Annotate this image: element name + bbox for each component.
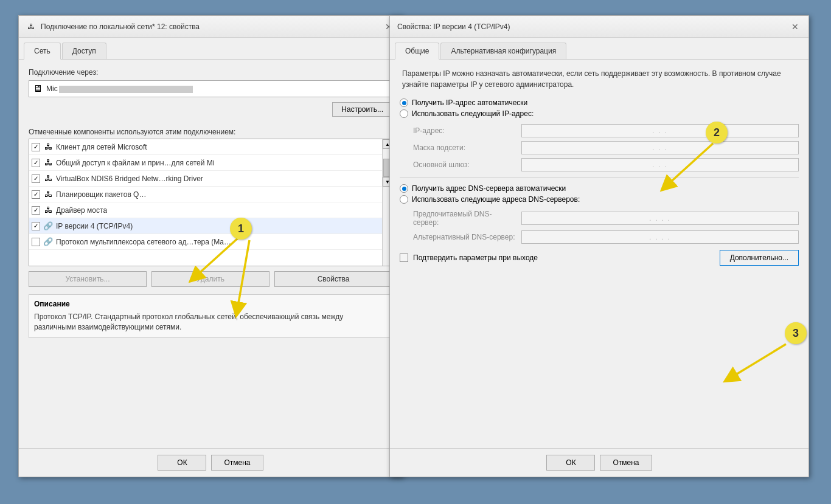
validate-checkbox[interactable] — [400, 254, 408, 262]
comp-icon-2: 🖧 — [43, 174, 54, 184]
right-title-bar: Свойства: IP версии 4 (TCP/IPv4) ✕ — [390, 16, 808, 38]
subnet-input[interactable]: . . . — [521, 141, 799, 154]
radio-manual-dns-circle[interactable] — [400, 195, 408, 204]
comp-icon-6: 🔗 — [43, 237, 54, 247]
description-text: Протокол TCP/IP. Стандартный протокол гл… — [34, 312, 387, 333]
ip-fields: IP-адрес: . . . Маска подсети: . . . Осн… — [413, 124, 799, 171]
component-buttons: Установить... Удалить Свойства — [29, 271, 392, 287]
left-tabs-bar: Сеть Доступ — [19, 38, 402, 60]
comp-checkbox-3[interactable] — [32, 190, 40, 199]
left-content: Подключение через: 🖥 Mic Настроить... От… — [19, 60, 402, 448]
comp-text-2: VirtualBox NDIS6 Bridged Netw…rking Driv… — [56, 174, 203, 183]
right-window-title: Свойства: IP версии 4 (TCP/IPv4) — [397, 22, 510, 31]
adapter-box: 🖥 Mic — [29, 80, 392, 97]
list-item: 🖧 VirtualBox NDIS6 Bridged Netw…rking Dr… — [29, 171, 392, 187]
radio-manual-dns-label: Использовать следующие адреса DNS-сервер… — [412, 195, 580, 204]
subnet-row: Маска подсети: . . . — [413, 141, 799, 154]
validate-row: Подтвердить параметры при выходе Дополни… — [400, 250, 799, 266]
list-item: 🖧 Драйвер моста — [29, 202, 392, 218]
advanced-button[interactable]: Дополнительно... — [720, 250, 799, 266]
radio-manual-ip-circle[interactable] — [400, 109, 408, 118]
left-ok-cancel: ОК Отмена — [19, 448, 402, 477]
info-text: Параметры IP можно назначать автоматичес… — [400, 68, 799, 90]
alt-dns-input[interactable]: . . . . — [521, 230, 799, 244]
properties-button[interactable]: Свойства — [274, 271, 392, 287]
comp-text-6: Протокол мультиплексора сетевого ад…тера… — [56, 238, 231, 246]
radio-auto-ip-label: Получить IP-адрес автоматически — [412, 98, 527, 107]
list-item: 🖧 Планировщик пакетов Q… — [29, 187, 392, 202]
right-cancel-button[interactable]: Отмена — [600, 455, 652, 471]
radio-auto-dns: Получить адрес DNS-сервера автоматически — [400, 184, 799, 193]
dns-fields: Предпочитаемый DNS-сервер: . . . . Альте… — [413, 210, 799, 244]
preferred-dns-input[interactable]: . . . . — [521, 212, 799, 225]
install-button[interactable]: Установить... — [29, 271, 147, 287]
components-list: 🖧 Клиент для сетей Microsoft 🖧 Общий дос… — [29, 139, 392, 266]
adapter-name-masked — [59, 86, 193, 93]
comp-text-5: IP версии 4 (TCP/IPv4) — [56, 222, 133, 230]
adapter-label: Подключение через: — [29, 68, 392, 77]
tab-network[interactable]: Сеть — [24, 43, 61, 60]
list-item: 🔗 IP версии 4 (TCP/IPv4) — [29, 218, 392, 234]
alt-dns-row: Альтернативный DNS-сервер: . . . . — [413, 230, 799, 244]
comp-checkbox-5[interactable] — [32, 222, 40, 230]
divider — [400, 178, 799, 178]
ip-radio-group: Получить IP-адрес автоматически Использо… — [400, 98, 799, 118]
comp-icon-0: 🖧 — [43, 142, 54, 152]
list-item: 🔗 Протокол мультиплексора сетевого ад…те… — [29, 234, 392, 250]
alt-dns-label: Альтернативный DNS-сервер: — [413, 233, 516, 241]
comp-checkbox-4[interactable] — [32, 206, 40, 215]
radio-auto-dns-circle[interactable] — [400, 184, 408, 193]
radio-auto-ip-circle[interactable] — [400, 98, 408, 107]
left-cancel-button[interactable]: Отмена — [211, 455, 263, 471]
radio-manual-ip: Использовать следующий IP-адрес: — [400, 109, 799, 118]
right-window: Свойства: IP версии 4 (TCP/IPv4) ✕ Общие… — [389, 15, 809, 477]
list-item: 🖧 Клиент для сетей Microsoft — [29, 139, 392, 155]
right-ok-button[interactable]: ОК — [546, 455, 595, 471]
comp-icon-3: 🖧 — [43, 190, 54, 199]
tab-access[interactable]: Доступ — [62, 43, 106, 59]
right-close-button[interactable]: ✕ — [789, 21, 801, 33]
annotation-1: 1 — [230, 218, 252, 240]
remove-button[interactable]: Удалить — [151, 271, 269, 287]
gateway-label: Основной шлюз: — [413, 161, 516, 169]
configure-button[interactable]: Настроить... — [332, 102, 392, 117]
dns-radio-group: Получить адрес DNS-сервера автоматически… — [400, 184, 799, 204]
comp-checkbox-6[interactable] — [32, 238, 40, 246]
ip-address-label: IP-адрес: — [413, 126, 516, 135]
comp-checkbox-0[interactable] — [32, 143, 40, 151]
description-title: Описание — [34, 300, 387, 308]
radio-auto-dns-label: Получить адрес DNS-сервера автоматически — [412, 184, 566, 193]
preferred-dns-label: Предпочитаемый DNS-сервер: — [413, 210, 516, 227]
tab-general[interactable]: Общие — [395, 43, 439, 60]
left-title-bar: 🖧 Подключение по локальной сети* 12: сво… — [19, 16, 402, 38]
comp-text-0: Клиент для сетей Microsoft — [56, 143, 147, 151]
adapter-name: Mic — [46, 85, 388, 93]
comp-text-1: Общий доступ к файлам и прин…для сетей M… — [56, 159, 214, 167]
comp-text-3: Планировщик пакетов Q… — [56, 190, 146, 199]
comp-checkbox-2[interactable] — [32, 174, 40, 183]
ip-address-row: IP-адрес: . . . — [413, 124, 799, 137]
list-item: 🖧 Общий доступ к файлам и прин…для сетей… — [29, 155, 392, 171]
annotation-3: 3 — [785, 322, 807, 344]
tab-alt-config[interactable]: Альтернативная конфигурация — [440, 43, 566, 59]
preferred-dns-row: Предпочитаемый DNS-сервер: . . . . — [413, 210, 799, 227]
components-label: Отмеченные компоненты используются этим … — [29, 128, 392, 136]
left-window-title: Подключение по локальной сети* 12: свойс… — [41, 22, 200, 31]
comp-icon-5: 🔗 — [43, 221, 54, 231]
gateway-input[interactable]: . . . — [521, 158, 799, 171]
radio-auto-ip: Получить IP-адрес автоматически — [400, 98, 799, 107]
comp-icon-1: 🖧 — [43, 158, 54, 168]
left-ok-button[interactable]: ОК — [158, 455, 206, 471]
gateway-row: Основной шлюз: . . . — [413, 158, 799, 171]
radio-manual-ip-label: Использовать следующий IP-адрес: — [412, 109, 534, 118]
radio-manual-dns: Использовать следующие адреса DNS-сервер… — [400, 195, 799, 204]
right-content: Параметры IP можно назначать автоматичес… — [390, 60, 808, 448]
description-group: Описание Протокол TCP/IP. Стандартный пр… — [29, 294, 392, 338]
comp-checkbox-1[interactable] — [32, 159, 40, 167]
ip-address-input[interactable]: . . . — [521, 124, 799, 137]
right-tabs-bar: Общие Альтернативная конфигурация — [390, 38, 808, 60]
subnet-label: Маска подсети: — [413, 143, 516, 152]
network-icon: 🖧 — [26, 22, 36, 32]
comp-icon-4: 🖧 — [43, 205, 54, 215]
right-ok-cancel: ОК Отмена — [390, 448, 808, 477]
